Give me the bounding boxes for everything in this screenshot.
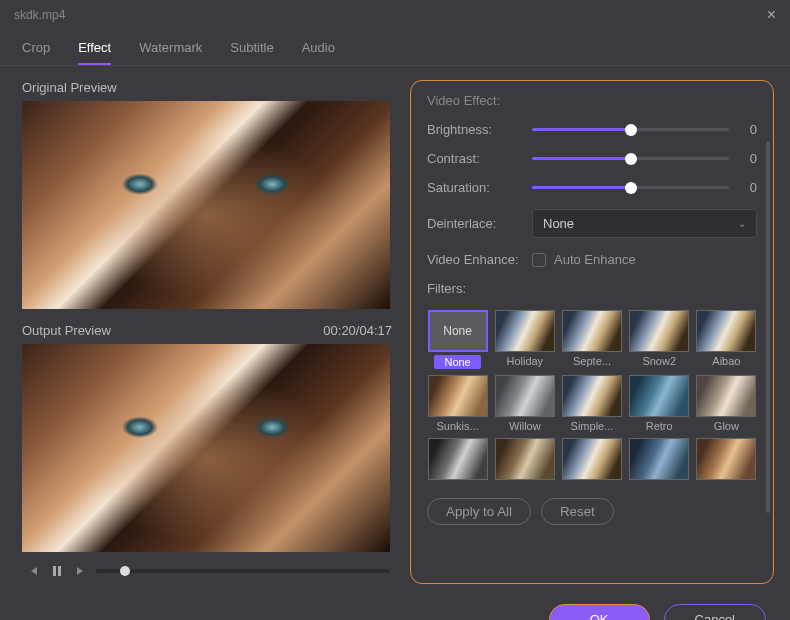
auto-enhance-checkbox[interactable] (532, 253, 546, 267)
filter-willow[interactable]: Willow (494, 375, 555, 432)
filter-september[interactable]: Septe... (561, 310, 622, 369)
original-preview (22, 101, 390, 309)
saturation-value: 0 (739, 180, 757, 195)
pause-icon[interactable] (48, 562, 66, 580)
filters-grid: None None Holiday Septe... Snow2 Aibao (427, 310, 757, 480)
prev-frame-icon[interactable] (24, 562, 42, 580)
output-preview (22, 344, 390, 552)
contrast-slider[interactable] (532, 157, 729, 160)
titlebar: skdk.mp4 × (0, 0, 790, 30)
deinterlace-label: Deinterlace: (427, 216, 532, 231)
filter-item[interactable] (696, 438, 757, 480)
effect-panel: Video Effect: Brightness: 0 Contrast: 0 … (410, 80, 774, 584)
apply-to-all-button[interactable]: Apply to All (427, 498, 531, 525)
filters-heading: Filters: (427, 281, 757, 296)
dialog-footer: OK Cancel (0, 594, 790, 620)
timecode: 00:20/04:17 (323, 323, 392, 338)
svg-rect-0 (53, 566, 56, 576)
tab-bar: Crop Effect Watermark Subtitle Audio (0, 30, 790, 66)
contrast-value: 0 (739, 151, 757, 166)
player-controls (22, 558, 392, 584)
brightness-value: 0 (739, 122, 757, 137)
brightness-label: Brightness: (427, 122, 532, 137)
filter-holiday[interactable]: Holiday (494, 310, 555, 369)
filter-item[interactable] (494, 438, 555, 480)
filter-item[interactable] (427, 438, 488, 480)
tab-watermark[interactable]: Watermark (139, 30, 202, 65)
saturation-row: Saturation: 0 (427, 180, 757, 195)
deinterlace-select[interactable]: None ⌄ (532, 209, 757, 238)
tab-crop[interactable]: Crop (22, 30, 50, 65)
saturation-slider[interactable] (532, 186, 729, 189)
original-preview-label: Original Preview (22, 80, 392, 95)
preview-column: Original Preview Output Preview 00:20/04… (22, 80, 392, 584)
tab-audio[interactable]: Audio (302, 30, 335, 65)
close-icon[interactable]: × (767, 6, 776, 24)
filter-aibao[interactable]: Aibao (696, 310, 757, 369)
seek-track[interactable] (96, 569, 390, 573)
scrollbar[interactable] (766, 141, 770, 513)
file-name: skdk.mp4 (14, 8, 65, 22)
next-frame-icon[interactable] (72, 562, 90, 580)
svg-rect-1 (58, 566, 61, 576)
cancel-button[interactable]: Cancel (664, 604, 766, 620)
seek-thumb[interactable] (120, 566, 130, 576)
filter-retro[interactable]: Retro (629, 375, 690, 432)
filter-item[interactable] (629, 438, 690, 480)
contrast-label: Contrast: (427, 151, 532, 166)
slider-thumb[interactable] (625, 182, 637, 194)
enhance-label: Video Enhance: (427, 252, 532, 267)
filter-sunkissed[interactable]: Sunkis... (427, 375, 488, 432)
filter-simple[interactable]: Simple... (561, 375, 622, 432)
brightness-slider[interactable] (532, 128, 729, 131)
contrast-row: Contrast: 0 (427, 151, 757, 166)
video-effect-heading: Video Effect: (427, 93, 757, 108)
reset-button[interactable]: Reset (541, 498, 614, 525)
tab-subtitle[interactable]: Subtitle (230, 30, 273, 65)
slider-thumb[interactable] (625, 124, 637, 136)
filter-snow2[interactable]: Snow2 (629, 310, 690, 369)
slider-thumb[interactable] (625, 153, 637, 165)
saturation-label: Saturation: (427, 180, 532, 195)
chevron-down-icon: ⌄ (738, 218, 746, 229)
filter-none[interactable]: None None (427, 310, 488, 369)
enhance-row: Video Enhance: Auto Enhance (427, 252, 757, 267)
filter-item[interactable] (561, 438, 622, 480)
auto-enhance-label: Auto Enhance (554, 252, 636, 267)
filter-glow[interactable]: Glow (696, 375, 757, 432)
ok-button[interactable]: OK (549, 604, 650, 620)
tab-effect[interactable]: Effect (78, 30, 111, 65)
deinterlace-row: Deinterlace: None ⌄ (427, 209, 757, 238)
brightness-row: Brightness: 0 (427, 122, 757, 137)
output-preview-label: Output Preview 00:20/04:17 (22, 323, 392, 338)
